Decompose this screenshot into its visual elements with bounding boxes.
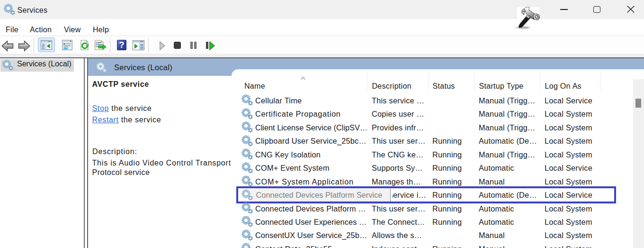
svg-text:?: ? bbox=[119, 40, 125, 50]
